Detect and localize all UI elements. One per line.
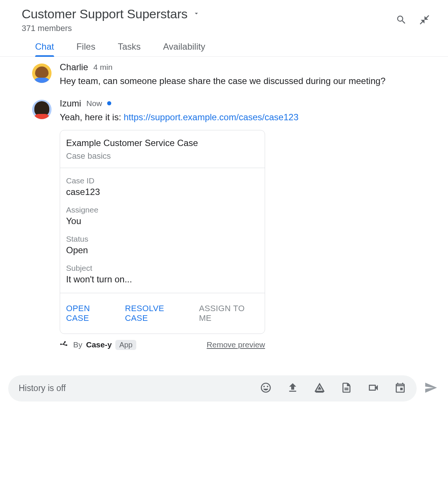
app-badge: App [115,340,136,350]
field-label: Case ID [66,176,259,185]
member-count: 371 members [22,24,200,33]
message-composer[interactable]: History is off [8,375,417,402]
upload-icon[interactable] [287,382,299,395]
unread-dot-icon [107,101,111,105]
drive-icon[interactable] [314,382,326,395]
card-title: Example Customer Service Case [66,138,259,148]
composer-placeholder: History is off [19,383,66,393]
card-subtitle: Case basics [66,151,259,161]
field-label: Subject [66,264,259,273]
tab-availability[interactable]: Availability [163,41,205,56]
tab-bar: Chat Files Tasks Availability [0,33,448,57]
message-author[interactable]: Izumi [60,98,81,109]
message-text: Hey team, can someone please share the c… [60,75,426,88]
byline-app-name[interactable]: Case-y [86,340,112,349]
emoji-icon[interactable] [260,382,272,395]
message-author[interactable]: Charlie [60,62,88,72]
field-value: case123 [66,187,259,197]
calendar-icon[interactable] [394,382,406,395]
remove-preview-link[interactable]: Remove preview [207,340,265,349]
message-text-part: Yeah, here it is: [60,112,124,122]
message-text: Yeah, here it is: https://support.exampl… [60,111,426,124]
preview-footer: By Case-y App Remove preview [60,339,265,351]
byline-by: By [73,340,83,349]
case-link[interactable]: https://support.example.com/cases/case12… [124,112,298,122]
dropdown-icon[interactable] [193,10,200,19]
tab-files[interactable]: Files [77,41,96,56]
search-icon[interactable] [396,14,407,27]
webhook-icon [60,339,69,351]
space-title[interactable]: Customer Support Superstars [22,7,187,21]
message-time: 4 min [93,63,112,72]
resolve-case-button[interactable]: RESOLVE CASE [125,304,189,323]
field-label: Assignee [66,205,259,214]
field-value: Open [66,245,259,255]
tab-chat[interactable]: Chat [35,41,54,56]
field-value: You [66,216,259,226]
avatar[interactable] [32,100,52,119]
field-value: It won't turn on... [66,274,259,285]
tab-tasks[interactable]: Tasks [118,41,140,56]
avatar[interactable] [32,63,52,83]
field-label: Status [66,235,259,244]
send-icon[interactable] [424,381,438,396]
collapse-icon[interactable] [419,14,430,27]
link-preview-card: Example Customer Service Case Case basic… [60,130,265,334]
create-doc-icon[interactable] [340,382,352,395]
video-icon[interactable] [367,382,379,395]
message-time: Now [86,99,102,108]
open-case-button[interactable]: OPEN CASE [66,304,115,323]
assign-to-me-button[interactable]: ASSIGN TO ME [199,304,259,323]
message: Izumi Now Yeah, here it is: https://supp… [32,98,448,361]
message: Charlie 4 min Hey team, can someone plea… [32,62,448,98]
